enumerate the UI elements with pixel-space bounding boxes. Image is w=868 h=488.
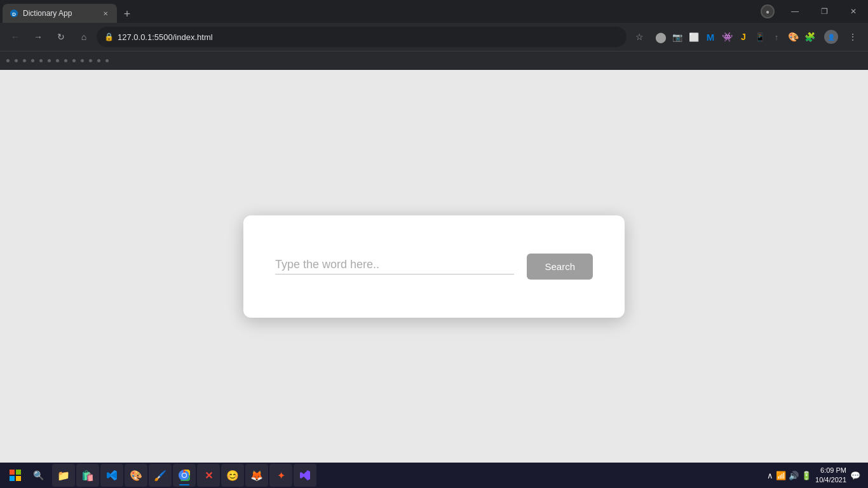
tab-close-button[interactable]: ✕ [100,8,111,18]
system-tray: ∧ 📶 🔊 🔋 [767,471,811,480]
maximize-button[interactable]: ❐ [810,0,839,23]
taskbar-app-firefox[interactable]: 🦊 [245,464,268,487]
tab-favicon: D [9,8,19,18]
bookmark-dot-1 [6,59,10,62]
taskbar-app-store[interactable]: 🛍️ [76,464,99,487]
taskbar-app-vs[interactable] [294,464,316,487]
svg-rect-2 [10,470,15,475]
bookmark-dot-9 [72,59,76,62]
clock-date: 10/4/2021 [815,475,846,485]
forward-button[interactable]: → [28,27,48,47]
bookmark-dot-12 [97,59,100,62]
active-tab[interactable]: D Dictionary App ✕ [3,4,117,23]
ext-icon-5[interactable]: J [736,29,751,44]
dictionary-card: Search [243,215,625,318]
svg-rect-3 [16,470,21,475]
address-bar[interactable]: 🔒 127.0.0.1:5500/index.html [97,27,627,47]
taskbar-app-vscode[interactable] [100,464,123,487]
tray-up-arrow[interactable]: ∧ [767,471,773,480]
tab-strip: D Dictionary App ✕ + [0,0,755,23]
svg-marker-12 [300,470,310,480]
taskbar-app-x[interactable]: ✕ [197,464,220,487]
toolbar-right: ☆ ⬤ 📷 ⬜ M 👾 J 📱 ↑ 🎨 [629,27,863,47]
svg-point-11 [182,473,186,477]
reload-button[interactable]: ↻ [51,27,71,47]
ext-icon-3[interactable]: ⬜ [686,29,702,44]
taskbar-right: ∧ 📶 🔊 🔋 6:09 PM 10/4/2021 💬 [767,466,864,485]
bookmark-dot-4 [31,59,34,62]
profile-area: ● [757,1,778,22]
extension-icons: ⬤ 📷 ⬜ M 👾 J 📱 ↑ 🎨 🧩 [653,29,817,44]
ext-icon-multicolor[interactable]: 🎨 [785,29,801,44]
taskbar-apps: 📁 🛍️ 🎨 🖌️ [52,464,316,487]
tray-volume[interactable]: 🔊 [789,471,799,480]
bookmark-dot-7 [56,59,59,62]
back-button[interactable]: ← [5,27,25,47]
word-search-input[interactable] [275,258,514,271]
minimize-button[interactable]: — [780,0,810,23]
ext-icon-1[interactable]: ⬤ [653,29,668,44]
menu-button[interactable]: ⋮ [843,27,863,47]
ext-icon-4[interactable]: 👾 [719,29,735,44]
bookmark-dot-5 [39,59,43,62]
lock-icon: 🔒 [104,32,114,41]
bookmark-dot-3 [23,59,26,62]
ext-icon-2[interactable]: 📷 [670,29,685,44]
tab-title: Dictionary App [23,9,97,18]
taskbar: 🔍 📁 🛍️ 🎨 🖌️ [0,463,868,488]
taskbar-search-button[interactable]: 🔍 [28,465,48,485]
search-button[interactable]: Search [527,254,593,280]
ext-icon-6[interactable]: 📱 [752,29,768,44]
bookmark-dot-2 [15,59,18,62]
tray-battery[interactable]: 🔋 [801,471,811,480]
taskbar-app-shape[interactable]: ✦ [269,464,292,487]
bookmarks-bar [0,51,868,70]
taskbar-app-chrome[interactable] [173,464,196,487]
new-tab-button[interactable]: + [118,5,136,23]
taskbar-app-colorful[interactable]: 🎨 [125,464,147,487]
start-button[interactable] [4,464,27,487]
user-profile-button[interactable]: 👤 [821,27,841,47]
taskbar-app-file-explorer[interactable]: 📁 [52,464,75,487]
page-content: Search [0,70,868,463]
taskbar-app-design[interactable]: 🖌️ [149,464,172,487]
browser-chrome: D Dictionary App ✕ + ● — ❐ ✕ ← → ↻ ⌂ [0,0,868,488]
url-text: 127.0.0.1:5500/index.html [118,32,619,42]
taskbar-app-emoji[interactable]: 😊 [221,464,244,487]
title-bar: D Dictionary App ✕ + ● — ❐ ✕ [0,0,868,23]
system-clock[interactable]: 6:09 PM 10/4/2021 [815,466,846,485]
window-controls: ● — ❐ ✕ [755,0,868,23]
ext-icon-ms[interactable]: M [703,29,718,44]
bookmark-dot-11 [89,59,92,62]
home-button[interactable]: ⌂ [74,27,94,47]
notification-button[interactable]: 💬 [850,471,860,480]
bookmark-button[interactable]: ☆ [629,27,649,47]
bookmark-dot-13 [105,59,109,62]
bookmark-dot-8 [64,59,67,62]
ext-icon-extensions[interactable]: 🧩 [802,29,817,44]
close-button[interactable]: ✕ [839,0,868,23]
bookmark-dot-6 [48,59,51,62]
toolbar: ← → ↻ ⌂ 🔒 127.0.0.1:5500/index.html ☆ ⬤ … [0,23,868,51]
search-input-wrap [275,258,514,274]
bookmark-dot-10 [81,59,84,62]
svg-rect-4 [10,476,15,481]
svg-rect-5 [16,476,21,481]
svg-text:D: D [12,11,16,17]
tray-wifi[interactable]: 📶 [776,471,786,480]
clock-time: 6:09 PM [815,466,846,475]
ext-icon-7[interactable]: ↑ [769,29,784,44]
